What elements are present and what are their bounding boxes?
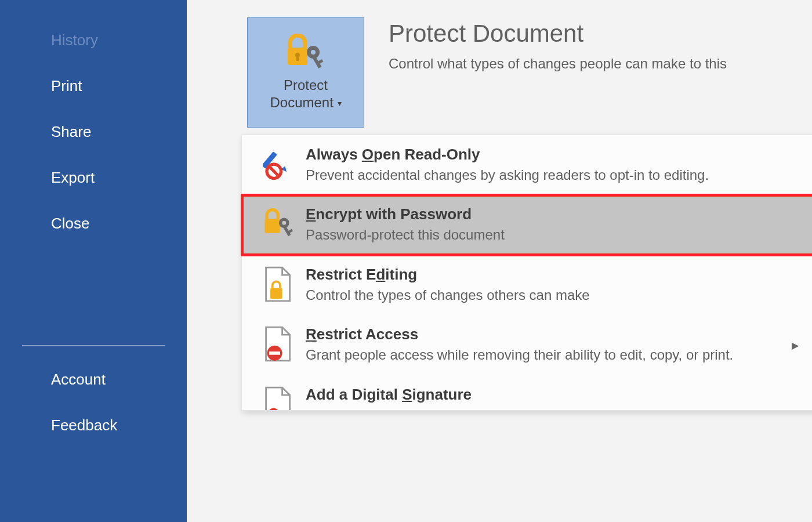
section-description: Control what types of changes people can…	[389, 56, 727, 72]
sidebar-item-feedback[interactable]: Feedback	[0, 403, 187, 448]
dropdown-item-restrict-access[interactable]: Restrict Access Grant people access whil…	[242, 315, 812, 375]
dropdown-item-description: Ensure the integrity of the document	[306, 406, 801, 410]
dropdown-item-digital-signature[interactable]: Add a Digital Signature Ensure the integ…	[242, 375, 812, 410]
pencil-prohibit-icon	[263, 146, 295, 183]
lock-key-icon	[284, 34, 327, 73]
sidebar-item-share[interactable]: Share	[0, 109, 187, 155]
svg-line-10	[269, 166, 280, 177]
dropdown-item-description: Control the types of changes others can …	[306, 286, 801, 304]
dropdown-item-title: Encrypt with Password	[306, 205, 801, 223]
dropdown-item-title: Always Open Read-Only	[306, 146, 801, 164]
sidebar-item-account[interactable]: Account	[0, 357, 187, 403]
chevron-right-icon: ▶	[792, 339, 799, 350]
main-pane: Protect Document Control what types of c…	[187, 0, 812, 522]
svg-rect-18	[269, 351, 280, 355]
svg-rect-16	[270, 288, 282, 299]
protect-button-line2: Document	[270, 95, 333, 110]
dropdown-item-description: Prevent accidental changes by asking rea…	[306, 166, 801, 184]
svg-rect-11	[265, 219, 280, 234]
dropdown-item-encrypt-password[interactable]: Encrypt with Password Password-protect t…	[242, 195, 812, 255]
svg-point-4	[311, 50, 316, 55]
svg-point-13	[282, 221, 286, 225]
sidebar-item-close[interactable]: Close	[0, 201, 187, 246]
protect-button-line1: Protect	[284, 77, 328, 93]
sidebar-item-print[interactable]: Print	[0, 63, 187, 109]
dropdown-item-title: Restrict Editing	[306, 266, 801, 284]
protect-document-button[interactable]: Protect Document ▾	[247, 17, 364, 128]
section-title: Protect Document	[389, 20, 583, 48]
svg-rect-2	[296, 56, 299, 61]
dropdown-item-description: Grant people access while removing their…	[306, 346, 801, 364]
sidebar-item-history: History	[0, 17, 187, 63]
backstage-sidebar: History Print Share Export Close Account…	[0, 0, 187, 522]
dropdown-item-title: Restrict Access	[306, 325, 801, 343]
sidebar-item-export[interactable]: Export	[0, 155, 187, 201]
dropdown-item-title: Add a Digital Signature	[306, 386, 801, 404]
dropdown-item-restrict-editing[interactable]: Restrict Editing Control the types of ch…	[242, 255, 812, 315]
dropdown-item-description: Password-protect this document	[306, 226, 801, 244]
document-prohibit-icon	[263, 325, 295, 362]
protect-document-dropdown: Always Open Read-Only Prevent accidental…	[241, 135, 812, 411]
lock-key-icon	[263, 205, 295, 242]
sidebar-divider	[22, 345, 165, 346]
dropdown-item-open-read-only[interactable]: Always Open Read-Only Prevent accidental…	[242, 135, 812, 195]
chevron-down-icon: ▾	[338, 99, 342, 108]
document-ribbon-icon	[263, 386, 295, 410]
document-lock-icon	[263, 266, 295, 303]
